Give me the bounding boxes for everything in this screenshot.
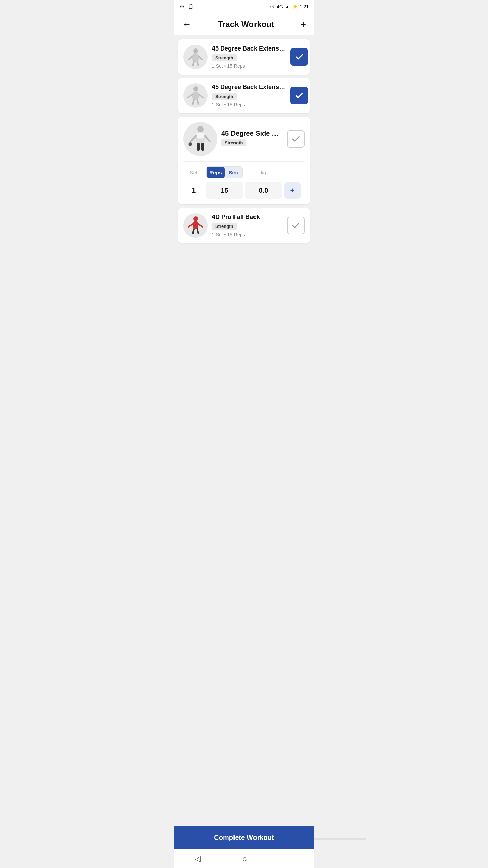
reps-input[interactable] bbox=[206, 182, 243, 199]
reps-sec-toggle[interactable]: Reps Sec bbox=[206, 166, 243, 178]
exercise-name-4: 4D Pro Fall Back bbox=[212, 214, 283, 221]
exercise-figure-3 bbox=[186, 125, 215, 154]
check-icon-1 bbox=[294, 52, 304, 62]
exercise-avatar-3 bbox=[183, 122, 217, 156]
svg-line-22 bbox=[189, 224, 193, 227]
svg-line-4 bbox=[193, 62, 194, 66]
svg-line-24 bbox=[193, 229, 194, 234]
exercise-name-1: 45 Degree Back Extension Ro... bbox=[212, 45, 286, 52]
check-icon-4 bbox=[291, 221, 301, 230]
svg-line-8 bbox=[188, 94, 192, 98]
back-button[interactable]: ← bbox=[181, 18, 193, 31]
status-left-icons: ⚙ 🗒 bbox=[179, 3, 194, 11]
exercise-avatar-2 bbox=[183, 83, 208, 108]
svg-rect-21 bbox=[193, 221, 198, 229]
exercise-list: 45 Degree Back Extension Ro... Strength … bbox=[174, 35, 314, 277]
svg-line-10 bbox=[193, 100, 194, 104]
exercise-card-1: 45 Degree Back Extension Ro... Strength … bbox=[178, 39, 310, 75]
svg-point-6 bbox=[193, 86, 198, 91]
check-button-2[interactable] bbox=[290, 87, 308, 104]
svg-point-20 bbox=[193, 216, 198, 221]
sec-toggle-button[interactable]: Sec bbox=[225, 167, 243, 178]
exercise-header-2: 45 Degree Back Extensions Strength 1 Set… bbox=[183, 83, 305, 108]
exercise-avatar-1 bbox=[183, 45, 208, 69]
exercise-card-3: 45 Degree Side Bends Strength Set Reps S… bbox=[178, 117, 310, 204]
check-icon-2 bbox=[294, 91, 304, 100]
kg-header-label: kg bbox=[245, 170, 282, 175]
svg-line-15 bbox=[191, 135, 196, 141]
svg-line-3 bbox=[199, 56, 202, 60]
complete-workout-button[interactable]: Complete Workout bbox=[174, 826, 314, 849]
exercise-card-2: 45 Degree Back Extensions Strength 1 Set… bbox=[178, 78, 310, 113]
exercise-header-3: 45 Degree Side Bends Strength bbox=[183, 122, 305, 156]
bluetooth-icon: ☉ bbox=[270, 4, 274, 9]
svg-rect-18 bbox=[201, 143, 204, 151]
exercise-card-4: 4D Pro Fall Back Strength 1 Set • 15 Rep… bbox=[178, 208, 310, 243]
signal-label: 4G bbox=[277, 4, 283, 9]
kg-input[interactable] bbox=[245, 182, 282, 199]
exercise-figure-1 bbox=[185, 47, 206, 67]
exercise-info-2: 45 Degree Back Extensions Strength 1 Set… bbox=[212, 84, 286, 107]
clipboard-icon: 🗒 bbox=[188, 3, 194, 11]
check-button-3[interactable] bbox=[287, 130, 305, 148]
svg-rect-14 bbox=[196, 133, 205, 138]
nav-back-button[interactable]: ◁ bbox=[195, 854, 201, 863]
status-bar: ⚙ 🗒 ☉ 4G ▲ ⚡ 1:21 bbox=[174, 0, 314, 14]
exercise-figure-4 bbox=[185, 215, 206, 236]
check-button-4[interactable] bbox=[287, 217, 305, 234]
exercise-name-3: 45 Degree Side Bends bbox=[221, 130, 282, 137]
svg-point-0 bbox=[193, 48, 198, 53]
exercise-tag-2: Strength bbox=[212, 93, 237, 100]
reps-toggle-button[interactable]: Reps bbox=[207, 167, 225, 178]
exercise-figure-2 bbox=[185, 85, 206, 106]
signal-bars-icon: ▲ bbox=[285, 4, 290, 9]
set-row-1: 1 + bbox=[183, 182, 305, 199]
exercise-avatar-4 bbox=[183, 213, 208, 238]
page-title: Track Workout bbox=[218, 20, 274, 29]
exercise-info-4: 4D Pro Fall Back Strength 1 Set • 15 Rep… bbox=[212, 214, 283, 237]
exercise-sets-1: 1 Set • 15 Reps bbox=[212, 63, 286, 69]
set-header-label: Set bbox=[183, 170, 204, 175]
exercise-tag-3: Strength bbox=[221, 139, 246, 146]
exercise-info-1: 45 Degree Back Extension Ro... Strength … bbox=[212, 45, 286, 69]
battery-icon: ⚡ bbox=[292, 4, 298, 9]
set-tracker: Set Reps Sec kg 1 + bbox=[183, 161, 305, 199]
exercise-tag-4: Strength bbox=[212, 223, 237, 230]
exercise-sets-4: 1 Set • 15 Reps bbox=[212, 232, 283, 237]
exercise-header-4: 4D Pro Fall Back Strength 1 Set • 15 Rep… bbox=[183, 213, 305, 238]
nav-home-button[interactable]: ○ bbox=[242, 854, 247, 864]
status-right-icons: ☉ 4G ▲ ⚡ 1:21 bbox=[270, 4, 309, 9]
check-button-1[interactable] bbox=[290, 48, 308, 66]
set-number-1: 1 bbox=[183, 186, 204, 195]
add-button[interactable]: + bbox=[299, 18, 307, 31]
svg-point-1 bbox=[192, 53, 199, 62]
nav-recents-button[interactable]: □ bbox=[289, 854, 293, 863]
add-set-button[interactable]: + bbox=[284, 182, 301, 199]
settings-icon: ⚙ bbox=[179, 3, 185, 11]
bottom-nav: ◁ ○ □ bbox=[174, 849, 314, 868]
set-tracker-header: Set Reps Sec kg bbox=[183, 166, 305, 178]
header: ← Track Workout + bbox=[174, 14, 314, 35]
exercise-header-1: 45 Degree Back Extension Ro... Strength … bbox=[183, 45, 305, 69]
svg-line-5 bbox=[197, 62, 198, 66]
svg-line-2 bbox=[189, 56, 192, 60]
exercise-sets-2: 1 Set • 15 Reps bbox=[212, 102, 286, 107]
exercise-name-2: 45 Degree Back Extensions bbox=[212, 84, 286, 91]
svg-line-16 bbox=[205, 135, 210, 141]
svg-point-7 bbox=[192, 91, 199, 100]
svg-line-23 bbox=[198, 224, 202, 227]
svg-line-9 bbox=[199, 94, 203, 98]
time-display: 1:21 bbox=[300, 4, 309, 9]
svg-rect-17 bbox=[197, 143, 200, 151]
check-icon-3 bbox=[291, 134, 301, 144]
svg-point-12 bbox=[197, 126, 203, 132]
svg-line-11 bbox=[197, 100, 198, 104]
exercise-tag-1: Strength bbox=[212, 54, 237, 61]
svg-line-25 bbox=[197, 229, 198, 234]
svg-point-19 bbox=[188, 142, 192, 146]
exercise-info-3: 45 Degree Side Bends Strength bbox=[221, 130, 283, 149]
